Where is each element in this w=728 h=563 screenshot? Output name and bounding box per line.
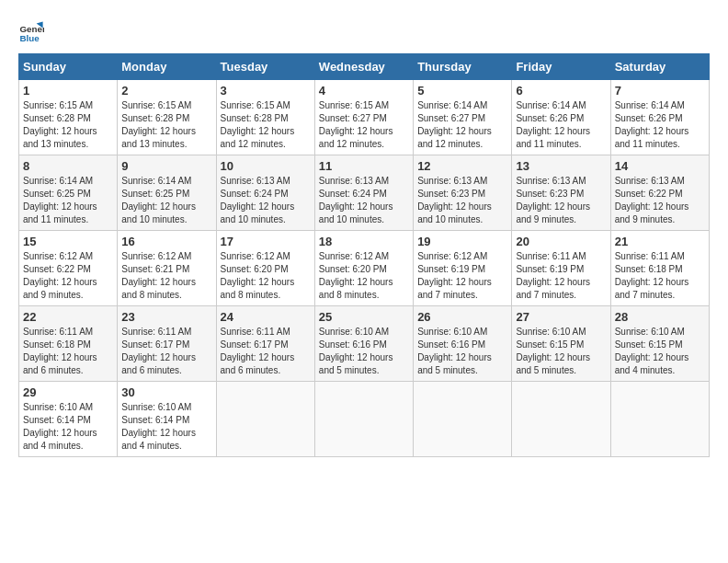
sunset-text: Sunset: 6:28 PM bbox=[221, 113, 289, 123]
day-number: 14 bbox=[615, 159, 705, 173]
sunrise-text: Sunrise: 6:14 AM bbox=[121, 176, 191, 186]
sunset-text: Sunset: 6:26 PM bbox=[615, 113, 683, 123]
day-info: Sunrise: 6:12 AM Sunset: 6:19 PM Dayligh… bbox=[417, 250, 507, 302]
day-info: Sunrise: 6:11 AM Sunset: 6:17 PM Dayligh… bbox=[221, 326, 311, 377]
sunset-text: Sunset: 6:18 PM bbox=[23, 339, 91, 350]
day-number: 16 bbox=[121, 235, 211, 248]
day-cell-21: 21 Sunrise: 6:11 AM Sunset: 6:18 PM Dayl… bbox=[610, 231, 709, 306]
daylight-text: Daylight: 12 hours and 9 minutes. bbox=[23, 277, 97, 300]
sunset-text: Sunset: 6:20 PM bbox=[319, 264, 387, 274]
day-number: 5 bbox=[417, 84, 507, 98]
sunset-text: Sunset: 6:14 PM bbox=[121, 415, 189, 425]
sunset-text: Sunset: 6:28 PM bbox=[23, 113, 91, 123]
sunset-text: Sunset: 6:27 PM bbox=[417, 113, 485, 123]
daylight-text: Daylight: 12 hours and 8 minutes. bbox=[221, 277, 295, 300]
header-day-thursday: Thursday bbox=[414, 54, 512, 80]
day-number: 9 bbox=[121, 159, 211, 173]
week-row-5: 29 Sunrise: 6:10 AM Sunset: 6:14 PM Dayl… bbox=[19, 382, 710, 457]
day-cell-7: 7 Sunrise: 6:14 AM Sunset: 6:26 PM Dayli… bbox=[610, 80, 709, 155]
sunrise-text: Sunrise: 6:13 AM bbox=[417, 176, 487, 186]
daylight-text: Daylight: 12 hours and 12 minutes. bbox=[319, 126, 393, 149]
daylight-text: Daylight: 12 hours and 11 minutes. bbox=[516, 126, 590, 149]
day-number: 11 bbox=[319, 159, 409, 173]
sunset-text: Sunset: 6:21 PM bbox=[121, 264, 189, 274]
day-cell-8: 8 Sunrise: 6:14 AM Sunset: 6:25 PM Dayli… bbox=[19, 155, 118, 231]
day-info: Sunrise: 6:12 AM Sunset: 6:20 PM Dayligh… bbox=[319, 250, 409, 302]
day-number: 15 bbox=[23, 235, 113, 248]
sunset-text: Sunset: 6:23 PM bbox=[417, 189, 485, 199]
day-info: Sunrise: 6:14 AM Sunset: 6:25 PM Dayligh… bbox=[23, 175, 113, 226]
empty-cell bbox=[512, 382, 610, 457]
day-cell-24: 24 Sunrise: 6:11 AM Sunset: 6:17 PM Dayl… bbox=[216, 306, 314, 382]
day-cell-12: 12 Sunrise: 6:13 AM Sunset: 6:23 PM Dayl… bbox=[414, 155, 512, 231]
sunset-text: Sunset: 6:23 PM bbox=[516, 189, 584, 199]
day-cell-18: 18 Sunrise: 6:12 AM Sunset: 6:20 PM Dayl… bbox=[314, 231, 413, 306]
week-row-3: 15 Sunrise: 6:12 AM Sunset: 6:22 PM Dayl… bbox=[19, 231, 710, 306]
sunrise-text: Sunrise: 6:12 AM bbox=[417, 251, 487, 261]
sunrise-text: Sunrise: 6:11 AM bbox=[516, 251, 586, 261]
day-number: 18 bbox=[319, 235, 409, 248]
week-row-4: 22 Sunrise: 6:11 AM Sunset: 6:18 PM Dayl… bbox=[19, 306, 710, 382]
day-number: 20 bbox=[516, 235, 606, 248]
daylight-text: Daylight: 12 hours and 6 minutes. bbox=[121, 352, 196, 375]
daylight-text: Daylight: 12 hours and 9 minutes. bbox=[516, 201, 590, 224]
daylight-text: Daylight: 12 hours and 10 minutes. bbox=[121, 201, 196, 224]
sunrise-text: Sunrise: 6:12 AM bbox=[319, 251, 389, 261]
sunrise-text: Sunrise: 6:10 AM bbox=[23, 402, 93, 412]
day-number: 27 bbox=[516, 310, 606, 324]
day-number: 25 bbox=[319, 310, 409, 324]
day-number: 24 bbox=[221, 310, 311, 324]
day-number: 23 bbox=[121, 310, 211, 324]
sunset-text: Sunset: 6:22 PM bbox=[23, 264, 91, 274]
calendar-table: SundayMondayTuesdayWednesdayThursdayFrid… bbox=[18, 53, 710, 457]
day-cell-9: 9 Sunrise: 6:14 AM Sunset: 6:25 PM Dayli… bbox=[118, 155, 216, 231]
day-number: 21 bbox=[615, 235, 705, 248]
sunrise-text: Sunrise: 6:13 AM bbox=[319, 176, 389, 186]
week-row-2: 8 Sunrise: 6:14 AM Sunset: 6:25 PM Dayli… bbox=[19, 155, 710, 231]
daylight-text: Daylight: 12 hours and 7 minutes. bbox=[516, 277, 590, 300]
day-number: 10 bbox=[221, 159, 311, 173]
daylight-text: Daylight: 12 hours and 5 minutes. bbox=[516, 352, 590, 375]
header-day-tuesday: Tuesday bbox=[216, 54, 314, 80]
svg-text:Blue: Blue bbox=[19, 33, 40, 43]
day-info: Sunrise: 6:12 AM Sunset: 6:20 PM Dayligh… bbox=[221, 250, 311, 302]
empty-cell bbox=[610, 382, 709, 457]
day-number: 19 bbox=[417, 235, 507, 248]
sunrise-text: Sunrise: 6:10 AM bbox=[121, 402, 191, 412]
day-number: 30 bbox=[121, 385, 211, 399]
day-info: Sunrise: 6:14 AM Sunset: 6:26 PM Dayligh… bbox=[516, 99, 606, 151]
sunset-text: Sunset: 6:24 PM bbox=[319, 189, 387, 199]
sunrise-text: Sunrise: 6:15 AM bbox=[23, 100, 93, 110]
sunrise-text: Sunrise: 6:13 AM bbox=[221, 176, 290, 186]
day-number: 17 bbox=[221, 235, 311, 248]
daylight-text: Daylight: 12 hours and 12 minutes. bbox=[417, 126, 492, 149]
sunrise-text: Sunrise: 6:10 AM bbox=[615, 327, 685, 337]
day-info: Sunrise: 6:15 AM Sunset: 6:28 PM Dayligh… bbox=[121, 99, 211, 151]
day-cell-2: 2 Sunrise: 6:15 AM Sunset: 6:28 PM Dayli… bbox=[118, 80, 216, 155]
sunrise-text: Sunrise: 6:11 AM bbox=[121, 327, 191, 337]
day-info: Sunrise: 6:13 AM Sunset: 6:22 PM Dayligh… bbox=[615, 175, 705, 226]
sunrise-text: Sunrise: 6:14 AM bbox=[417, 100, 487, 110]
daylight-text: Daylight: 12 hours and 6 minutes. bbox=[23, 352, 97, 375]
daylight-text: Daylight: 12 hours and 4 minutes. bbox=[121, 428, 196, 451]
sunrise-text: Sunrise: 6:12 AM bbox=[23, 251, 93, 261]
day-info: Sunrise: 6:11 AM Sunset: 6:18 PM Dayligh… bbox=[615, 250, 705, 302]
day-cell-22: 22 Sunrise: 6:11 AM Sunset: 6:18 PM Dayl… bbox=[19, 306, 118, 382]
day-cell-11: 11 Sunrise: 6:13 AM Sunset: 6:24 PM Dayl… bbox=[314, 155, 413, 231]
daylight-text: Daylight: 12 hours and 13 minutes. bbox=[23, 126, 97, 149]
day-cell-10: 10 Sunrise: 6:13 AM Sunset: 6:24 PM Dayl… bbox=[216, 155, 314, 231]
day-info: Sunrise: 6:12 AM Sunset: 6:22 PM Dayligh… bbox=[23, 250, 113, 302]
day-info: Sunrise: 6:12 AM Sunset: 6:21 PM Dayligh… bbox=[121, 250, 211, 302]
day-number: 29 bbox=[23, 385, 113, 399]
sunset-text: Sunset: 6:19 PM bbox=[417, 264, 485, 274]
sunrise-text: Sunrise: 6:10 AM bbox=[516, 327, 586, 337]
day-cell-16: 16 Sunrise: 6:12 AM Sunset: 6:21 PM Dayl… bbox=[118, 231, 216, 306]
day-number: 6 bbox=[516, 84, 606, 98]
sunset-text: Sunset: 6:26 PM bbox=[516, 113, 584, 123]
sunrise-text: Sunrise: 6:15 AM bbox=[221, 100, 290, 110]
day-cell-3: 3 Sunrise: 6:15 AM Sunset: 6:28 PM Dayli… bbox=[216, 80, 314, 155]
day-info: Sunrise: 6:13 AM Sunset: 6:23 PM Dayligh… bbox=[516, 175, 606, 226]
sunset-text: Sunset: 6:20 PM bbox=[221, 264, 289, 274]
sunset-text: Sunset: 6:17 PM bbox=[121, 339, 189, 350]
daylight-text: Daylight: 12 hours and 5 minutes. bbox=[417, 352, 492, 375]
